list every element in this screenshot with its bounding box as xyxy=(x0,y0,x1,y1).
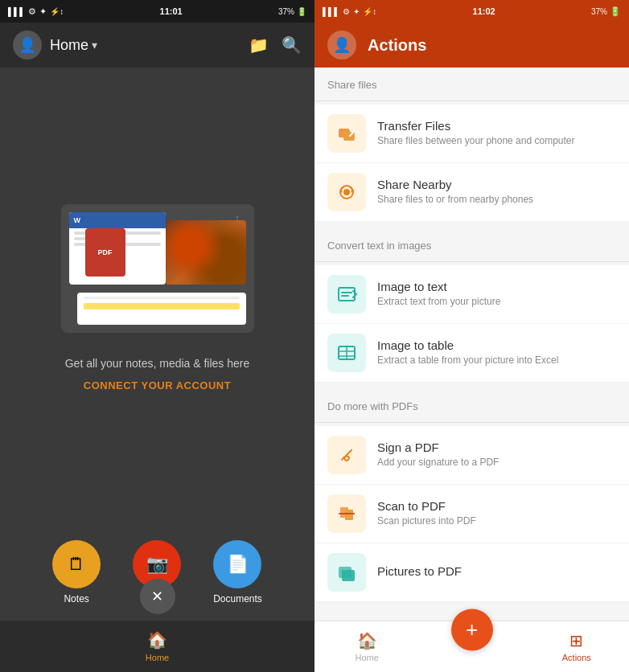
actions-nav-label-right: Actions xyxy=(562,653,591,662)
scan-pdf-title: Scan to PDF xyxy=(377,499,476,513)
top-bar-left-group: 👤 Home ▾ xyxy=(13,31,97,59)
status-left-right: ▌▌▌ ⚙ ✦ ⚡↕ xyxy=(323,7,376,16)
scan-pdf-subtitle: Scan pictures into PDF xyxy=(377,515,476,528)
avatar-icon-left: 👤 xyxy=(18,36,36,54)
preview-bottom-lines xyxy=(77,293,246,313)
section-divider-3 xyxy=(314,422,629,423)
svg-rect-10 xyxy=(345,510,353,520)
connect-text: Get all your notes, media & files here xyxy=(65,357,250,370)
section-header-convert: Convert text in images xyxy=(314,228,629,258)
preview-area: W ⋮ PDF xyxy=(61,204,254,333)
main-content-left: W ⋮ PDF Get all you xyxy=(0,68,314,527)
action-image-to-table[interactable]: Image to table Extract a table from your… xyxy=(314,324,629,383)
bluetooth-icon-right: ✦ xyxy=(353,7,360,16)
documents-label: Documents xyxy=(213,593,262,604)
signal-icon: ▌▌▌ xyxy=(8,7,25,16)
share-nearby-title: Share Nearby xyxy=(377,178,533,191)
section-divider xyxy=(314,100,629,101)
avatar-left[interactable]: 👤 xyxy=(13,31,42,59)
image-to-table-title: Image to table xyxy=(377,338,558,352)
bottom-nav-actions-right[interactable]: ⊞ Actions xyxy=(524,631,629,662)
bottom-nav-right: 🏠 Home ⊞ Actions + xyxy=(314,621,629,672)
action-image-to-text[interactable]: Image to text Extract text from your pic… xyxy=(314,265,629,324)
home-nav-label-left: Home xyxy=(146,653,169,662)
notes-icon: 🗒 xyxy=(68,554,85,575)
close-fab-button[interactable]: ✕ xyxy=(140,579,175,614)
battery-left: 37% xyxy=(278,7,294,16)
image-to-table-icon xyxy=(335,342,358,364)
lens-icon: 📷 xyxy=(146,554,168,575)
pictures-pdf-text: Pictures to PDF xyxy=(377,564,462,580)
bluetooth-icon: ✦ xyxy=(39,6,47,17)
actions-scroll[interactable]: Share files Transfer Files Share files b… xyxy=(314,68,629,621)
bottom-nav-left: 🏠 Home xyxy=(0,621,314,672)
docs-fab-circle[interactable]: 📄 xyxy=(213,540,261,588)
documents-icon: 📄 xyxy=(227,554,249,575)
preview-pdf-doc: PDF xyxy=(85,228,125,277)
status-left-icons: ▌▌▌ ⚙ ✦ ⚡↕ xyxy=(8,6,64,17)
pictures-pdf-icon-wrap xyxy=(327,553,366,592)
scan-pdf-icon-wrap xyxy=(327,494,366,533)
status-time-left: 11:01 xyxy=(160,6,183,16)
left-panel: ▌▌▌ ⚙ ✦ ⚡↕ 11:01 37% 🔋 👤 Home ▾ 📁 🔍 xyxy=(0,0,314,672)
folder-icon[interactable]: 📁 xyxy=(249,35,269,55)
preview-bottom-doc xyxy=(77,293,246,325)
preview-doc-header: W xyxy=(69,212,166,228)
notes-fab-circle[interactable]: 🗒 xyxy=(52,540,101,588)
section-gap-2 xyxy=(314,383,629,389)
plus-icon: + xyxy=(466,617,478,642)
action-scan-pdf[interactable]: Scan to PDF Scan pictures into PDF xyxy=(314,485,629,543)
signal-icon-right: ▌▌▌ xyxy=(323,7,339,16)
bottom-nav-home-right[interactable]: 🏠 Home xyxy=(314,631,419,662)
connect-account-button[interactable]: CONNECT YOUR ACCOUNT xyxy=(84,379,231,391)
pictures-pdf-title: Pictures to PDF xyxy=(377,564,462,578)
action-share-nearby[interactable]: Share Nearby Share files to or from near… xyxy=(314,163,629,222)
home-nav-icon-right: 🏠 xyxy=(357,631,377,650)
actions-nav-icon-right: ⊞ xyxy=(569,631,583,650)
status-bar-left: ▌▌▌ ⚙ ✦ ⚡↕ 11:01 37% 🔋 xyxy=(0,0,314,23)
fab-plus-button[interactable]: + xyxy=(451,608,493,650)
action-pictures-to-pdf[interactable]: Pictures to PDF xyxy=(314,543,629,602)
sign-pdf-subtitle: Add your signature to a PDF xyxy=(377,457,499,469)
action-transfer-files[interactable]: Transfer Files Share files between your … xyxy=(314,104,629,163)
wifi-icon-right: ⚙ xyxy=(343,7,350,16)
actions-title: Actions xyxy=(368,36,426,55)
image-to-table-text: Image to table Extract a table from your… xyxy=(377,338,558,367)
svg-point-3 xyxy=(343,189,350,195)
section-gap-1 xyxy=(314,222,629,228)
sign-pdf-text: Sign a PDF Add your signature to a PDF xyxy=(377,440,499,469)
word-icon: W xyxy=(74,216,81,224)
extra-status-icons: ⚡↕ xyxy=(50,7,64,16)
pdf-label: PDF xyxy=(98,248,113,256)
home-title-text: Home xyxy=(50,37,88,54)
status-time-right: 11:02 xyxy=(473,6,495,16)
top-bar-left: 👤 Home ▾ 📁 🔍 xyxy=(0,23,314,68)
home-title: Home ▾ xyxy=(50,37,97,54)
top-bar-right-icons: 📁 🔍 xyxy=(249,35,302,55)
section-header-pdf: Do more with PDFs xyxy=(314,389,629,419)
bottom-nav-home-left[interactable]: 🏠 Home xyxy=(0,630,314,662)
transfer-files-icon-wrap xyxy=(327,114,366,153)
sign-pdf-icon-wrap xyxy=(327,436,366,474)
action-sign-pdf[interactable]: Sign a PDF Add your signature to a PDF xyxy=(314,426,629,485)
avatar-icon-right: 👤 xyxy=(333,36,351,54)
scan-pdf-icon xyxy=(335,502,358,525)
battery-icon-right: 🔋 xyxy=(610,6,621,17)
avatar-right[interactable]: 👤 xyxy=(327,31,356,59)
fab-notes[interactable]: 🗒 Notes xyxy=(52,540,101,604)
status-bar-right: ▌▌▌ ⚙ ✦ ⚡↕ 11:02 37% 🔋 xyxy=(314,0,629,23)
battery-icon-left: 🔋 xyxy=(297,7,306,16)
preview-photo-inner xyxy=(166,220,246,285)
fab-documents[interactable]: 📄 Documents xyxy=(213,540,262,604)
search-icon[interactable]: 🔍 xyxy=(282,35,302,55)
preview-photo xyxy=(166,220,246,285)
image-to-text-subtitle: Extract text from your picture xyxy=(377,296,500,309)
wifi-icon: ⚙ xyxy=(28,6,36,17)
sign-pdf-icon xyxy=(335,444,358,466)
close-icon: ✕ xyxy=(151,588,163,605)
image-to-table-icon-wrap xyxy=(327,334,366,372)
battery-right: 37% xyxy=(591,7,607,16)
section-header-share: Share files xyxy=(314,68,629,97)
home-nav-label-right: Home xyxy=(355,653,378,662)
chevron-down-icon[interactable]: ▾ xyxy=(92,39,97,51)
